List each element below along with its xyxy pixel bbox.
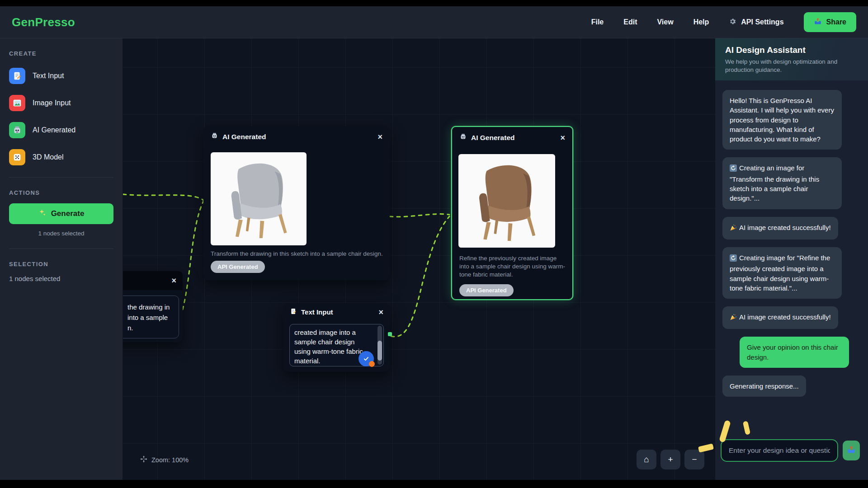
api-settings-label: API Settings — [741, 18, 783, 26]
generate-label: Generate — [51, 209, 85, 218]
node-title: AI Generated — [471, 134, 514, 142]
chat-message-list: Hello! This is GenPresso AI Assistant. I… — [715, 80, 868, 430]
minus-icon: − — [692, 455, 697, 465]
ai-generated-node-2-selected[interactable]: AI Generated × Refine the previously cre… — [451, 126, 573, 300]
ai-generated-node-1[interactable]: AI Generated × Transform the drawing in … — [203, 126, 390, 280]
assistant-message: Creating an image for "Transform the dra… — [722, 157, 842, 209]
home-icon: ⌂ — [644, 455, 649, 465]
sidebar-divider — [9, 249, 113, 249]
top-bar: GenPresso File Edit View Help API Settin… — [0, 6, 868, 38]
close-icon[interactable]: × — [560, 134, 565, 142]
confirm-check-button[interactable] — [359, 351, 374, 366]
wire-partialnode-to-node1 — [183, 201, 203, 310]
node-caption: Refine the previously created image into… — [459, 254, 567, 279]
generated-image-gray-chair — [211, 152, 307, 245]
canvas-controls: ⌂ + − — [637, 450, 704, 469]
node-header: AI Generated × — [203, 126, 390, 147]
close-icon[interactable]: × — [377, 133, 382, 141]
share-tray-icon — [814, 17, 822, 27]
menu-edit[interactable]: Edit — [623, 18, 637, 26]
robot-icon — [211, 132, 218, 141]
menu-file[interactable]: File — [591, 18, 604, 26]
robot-icon — [9, 122, 25, 138]
app-logo: GenPresso — [12, 15, 75, 29]
party-popper-icon — [730, 314, 737, 323]
node-title: Text Input — [301, 308, 333, 316]
close-icon[interactable]: × — [378, 308, 383, 316]
sidebar-item-3d-model[interactable]: 3D Model — [9, 149, 113, 165]
wire-node1-to-node2 — [390, 214, 449, 216]
partial-text-node[interactable]: × the drawing in into a sample n. — [123, 271, 183, 342]
create-section-label: CREATE — [9, 50, 113, 57]
notification-dot — [369, 361, 375, 367]
sidebar-item-text-input[interactable]: Text Input — [9, 68, 113, 84]
menu-help[interactable]: Help — [693, 18, 709, 26]
loading-icon — [730, 164, 737, 174]
plus-icon: + — [668, 455, 673, 465]
sidebar-item-label: Image Input — [33, 99, 71, 107]
robot-icon — [459, 133, 467, 142]
move-icon — [140, 455, 147, 464]
api-generated-badge: API Generated — [459, 284, 514, 296]
main-menu: File Edit View Help API Settings Share — [591, 12, 856, 32]
node-title: AI Generated — [222, 133, 266, 141]
chat-input-row — [721, 439, 860, 462]
zoom-out-button[interactable]: − — [684, 450, 704, 469]
chat-input[interactable] — [721, 439, 838, 462]
sidebar-item-label: 3D Model — [33, 153, 63, 161]
assistant-subtitle: We help you with design optimization and… — [725, 58, 858, 74]
assistant-title: AI Design Assistant — [725, 45, 858, 55]
assistant-header: AI Design Assistant We help you with des… — [715, 38, 868, 80]
gear-icon — [729, 18, 736, 27]
share-button[interactable]: Share — [804, 12, 856, 32]
menu-view[interactable]: View — [657, 18, 673, 26]
ai-assistant-panel: AI Design Assistant We help you with des… — [715, 38, 868, 480]
assistant-message: Hello! This is GenPresso AI Assistant. I… — [722, 90, 842, 150]
user-message: Give your opinion on this chair design. — [740, 337, 849, 368]
selection-section-label: SELECTION — [9, 261, 113, 267]
zoom-indicator: Zoom: 100% — [140, 455, 189, 464]
textarea-scrollbar-thumb[interactable] — [377, 341, 382, 361]
node-caption: Transform the drawing in this sketch int… — [211, 250, 389, 258]
image-input-icon — [9, 95, 25, 111]
assistant-message: Creating image for "Refine the previousl… — [722, 247, 842, 299]
actions-section-label: ACTIONS — [9, 189, 113, 196]
node-canvas[interactable]: × the drawing in into a sample n. AI Gen… — [123, 38, 715, 480]
wire-textnode-to-node2 — [391, 216, 449, 337]
node-header: Text Input × — [283, 303, 390, 321]
dice-icon — [9, 149, 25, 165]
api-settings-button[interactable]: API Settings — [729, 18, 783, 27]
sidebar-item-image-input[interactable]: Image Input — [9, 95, 113, 111]
sparkles-icon — [38, 209, 47, 219]
left-sidebar: CREATE Text Input Image Input AI Generat… — [0, 38, 123, 480]
node-header: AI Generated × — [452, 127, 572, 148]
fit-view-button[interactable]: ⌂ — [637, 450, 656, 469]
generate-button[interactable]: Generate — [9, 203, 113, 224]
selection-status: 1 nodes selected — [9, 275, 113, 282]
partial-node-header: × — [123, 271, 183, 290]
text-input-node[interactable]: Text Input × created image into a sample… — [283, 303, 390, 372]
send-tray-icon — [847, 445, 856, 456]
loading-icon — [730, 254, 737, 264]
assistant-message-generating: Generating response... — [722, 375, 806, 397]
sidebar-divider — [9, 177, 113, 178]
send-button[interactable] — [843, 441, 860, 460]
assistant-message: AI image created successfully! — [722, 217, 838, 239]
zoom-level-label: Zoom: 100% — [151, 456, 189, 464]
create-items: Text Input Image Input AI Generated 3D M… — [9, 68, 113, 165]
assistant-message: AI image created successfully! — [722, 306, 838, 329]
share-label: Share — [826, 18, 846, 26]
partial-node-text: the drawing in into a sample n. — [127, 302, 170, 333]
zoom-in-button[interactable]: + — [660, 450, 680, 469]
close-icon[interactable]: × — [171, 277, 176, 285]
sidebar-item-label: Text Input — [33, 72, 64, 80]
sidebar-item-label: AI Generated — [33, 126, 75, 134]
generated-image-brown-chair — [458, 154, 555, 248]
memo-icon — [290, 308, 297, 316]
text-input-icon — [9, 68, 25, 84]
generate-hint: 1 nodes selected — [9, 230, 113, 237]
party-popper-icon — [730, 224, 737, 234]
api-generated-badge: API Generated — [211, 261, 265, 273]
output-handle[interactable] — [388, 332, 392, 336]
sidebar-item-ai-generated[interactable]: AI Generated — [9, 122, 113, 138]
